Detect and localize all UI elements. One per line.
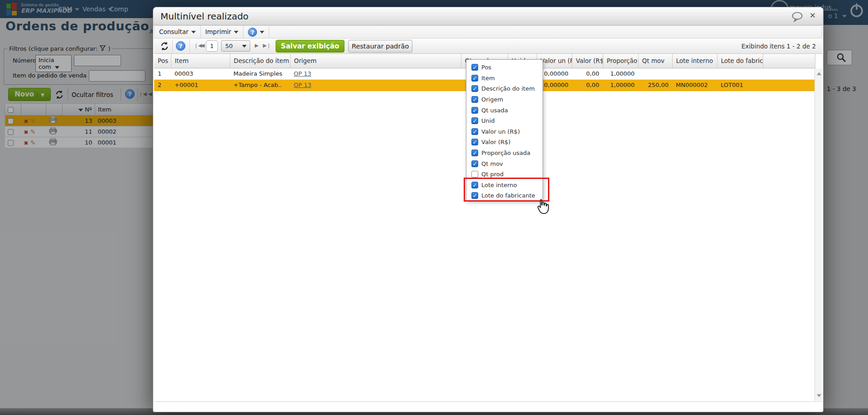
close-icon[interactable]: ✕ bbox=[810, 11, 816, 20]
refresh-icon[interactable] bbox=[160, 41, 170, 51]
column-menu-item-qt-mov[interactable]: ✓Qt mov bbox=[466, 158, 543, 169]
column-menu-item-descri-o-do-item[interactable]: ✓Descrição do item bbox=[466, 83, 543, 94]
save-view-button[interactable]: Salvar exibição bbox=[276, 40, 344, 53]
column-header-2[interactable]: Item bbox=[171, 54, 230, 68]
column-menu-label: Origem bbox=[481, 96, 503, 103]
column-menu-label: Qt prod bbox=[481, 171, 504, 178]
vertical-scrollbar[interactable] bbox=[815, 68, 822, 401]
column-header-4[interactable]: Origem bbox=[290, 54, 461, 68]
page-size-select[interactable]: 50 bbox=[221, 40, 250, 52]
column-menu-label: Unid bbox=[481, 117, 495, 124]
column-menu-label: Proporção usada bbox=[481, 150, 530, 156]
column-header-filler bbox=[763, 54, 815, 68]
column-menu-item-pos[interactable]: ✓Pos bbox=[466, 62, 543, 73]
checkbox-checked-icon[interactable]: ✓ bbox=[471, 107, 478, 114]
checkbox-checked-icon[interactable]: ✓ bbox=[471, 96, 478, 103]
column-menu-label: Item bbox=[481, 75, 495, 82]
cell: Madeira Simples bbox=[230, 68, 290, 79]
column-header-1[interactable]: Pos bbox=[154, 54, 171, 68]
cell: 1,00000 bbox=[603, 68, 638, 79]
checkbox-checked-icon[interactable]: ✓ bbox=[471, 75, 478, 82]
menu-help[interactable]: ? bbox=[243, 26, 269, 38]
checkbox-checked-icon[interactable]: ✓ bbox=[471, 85, 478, 92]
column-menu-item-propor-o-usada[interactable]: ✓Proporção usada bbox=[466, 148, 543, 159]
column-header-3[interactable]: Descrição do item bbox=[230, 54, 290, 68]
cell bbox=[672, 68, 717, 79]
column-menu-label: Pos bbox=[481, 64, 491, 71]
cell: LOT001 bbox=[717, 79, 763, 91]
items-count-label: Exibindo itens 1 - 2 de 2 bbox=[742, 43, 816, 50]
checkbox-checked-icon[interactable]: ✓ bbox=[471, 117, 478, 124]
cell-filler bbox=[763, 68, 815, 79]
column-header-10[interactable]: Qt mov bbox=[638, 54, 672, 68]
column-header-12[interactable]: Lote do fabricante bbox=[717, 54, 763, 68]
checkbox-checked-icon[interactable]: ✓ bbox=[471, 160, 478, 167]
dialog-titlebar[interactable]: Multinível realizado ✕ bbox=[153, 7, 823, 25]
cell: 1,00000 bbox=[603, 79, 638, 91]
column-menu-label: Descrição do item bbox=[481, 85, 535, 92]
hand-cursor-icon bbox=[535, 198, 550, 216]
next-page-icon[interactable]: ▶ bbox=[255, 43, 258, 48]
cell: 00003 bbox=[171, 68, 230, 79]
dialog-toolbar: ? ❘◀ ◀ 1 50 ▶ ▶❘ Salvar exibição Restaur… bbox=[154, 39, 822, 54]
cell bbox=[638, 68, 672, 79]
app-root: Sistema de gestão ERP MAXIPROD CRMVendas… bbox=[0, 0, 868, 415]
prev-page-icon[interactable]: ◀ bbox=[201, 43, 204, 48]
cell-filler bbox=[763, 79, 815, 91]
feedback-bubble-icon[interactable] bbox=[791, 12, 803, 22]
cell: OP 13 bbox=[290, 79, 461, 91]
cell: OP 13 bbox=[290, 68, 461, 79]
cell: 0,00 bbox=[572, 79, 603, 91]
column-header-9[interactable]: Proporção usada bbox=[603, 54, 638, 68]
origin-link[interactable]: OP 13 bbox=[294, 70, 311, 77]
column-menu-item-valor-un-r-[interactable]: ✓Valor un (R$) bbox=[466, 126, 543, 137]
menu-imprimir[interactable]: Imprimir bbox=[201, 26, 243, 38]
dialog-footer bbox=[154, 401, 822, 411]
column-menu-label: Valor un (R$) bbox=[481, 128, 520, 135]
column-header-8[interactable]: Valor (R$) bbox=[572, 54, 603, 68]
cell: MN000002 bbox=[672, 79, 717, 91]
dialog-title: Multinível realizado bbox=[160, 11, 248, 22]
checkbox-checked-icon[interactable]: ✓ bbox=[471, 139, 478, 145]
checkbox-checked-icon[interactable]: ✓ bbox=[471, 150, 478, 156]
column-menu-label: Qt mov bbox=[481, 160, 503, 167]
origin-link[interactable]: OP 13 bbox=[294, 82, 311, 88]
menu-consultar[interactable]: Consultar bbox=[155, 26, 201, 38]
cell: 250,00 bbox=[638, 79, 672, 91]
column-menu-item-qt-usada[interactable]: ✓Qt usada bbox=[466, 105, 543, 116]
column-menu-item-item[interactable]: ✓Item bbox=[466, 73, 543, 84]
checkbox-checked-icon[interactable]: ✓ bbox=[471, 128, 478, 135]
scroll-down-icon[interactable] bbox=[817, 394, 821, 397]
column-header-11[interactable]: Lote interno bbox=[672, 54, 717, 68]
dialog-menubar: Consultar Imprimir ? bbox=[154, 25, 822, 39]
column-menu-label: Valor (R$) bbox=[481, 139, 510, 145]
cell: +Tampo - Acab.. bbox=[230, 79, 290, 91]
checkbox-unchecked-icon[interactable] bbox=[471, 171, 478, 178]
cell: 1 bbox=[154, 68, 171, 79]
column-menu-item-valor-r-[interactable]: ✓Valor (R$) bbox=[466, 137, 543, 148]
page-number-input[interactable]: 1 bbox=[206, 40, 218, 52]
column-menu-item-unid[interactable]: ✓Unid bbox=[466, 116, 543, 126]
cell: 0,00 bbox=[572, 68, 603, 79]
cell bbox=[717, 68, 763, 79]
column-menu-item-origem[interactable]: ✓Origem bbox=[466, 94, 543, 105]
last-page-icon[interactable]: ▶❘ bbox=[263, 43, 271, 48]
help-icon: ? bbox=[248, 28, 257, 37]
cell: +00001 bbox=[171, 79, 230, 91]
help-icon[interactable]: ? bbox=[176, 41, 185, 51]
cell: 2 bbox=[154, 79, 171, 91]
restore-default-button[interactable]: Restaurar padrão bbox=[348, 40, 412, 53]
column-menu-label: Qt usada bbox=[481, 107, 508, 114]
checkbox-checked-icon[interactable]: ✓ bbox=[471, 64, 478, 71]
scroll-up-icon[interactable] bbox=[817, 72, 821, 75]
